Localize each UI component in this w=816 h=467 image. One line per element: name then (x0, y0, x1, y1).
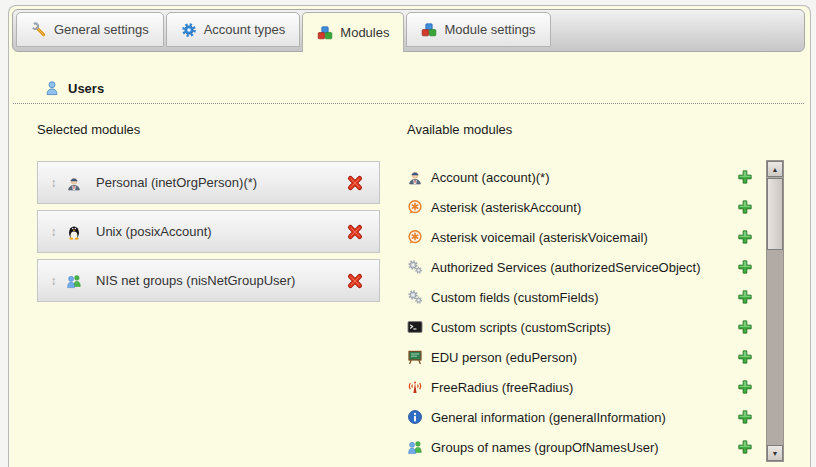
cog-icon (181, 22, 197, 38)
add-module-button[interactable] (737, 199, 753, 215)
module-label: Asterisk voicemail (asteriskVoicemail) (431, 230, 648, 245)
module-label: Unix (posixAccount) (96, 224, 342, 239)
remove-module-button[interactable] (342, 273, 363, 289)
delete-icon (347, 175, 363, 191)
selected-modules-label: Selected modules (37, 122, 140, 137)
penguin-icon (66, 224, 82, 240)
group-icon (66, 273, 82, 289)
add-module-button[interactable] (737, 319, 753, 335)
tab-label: Account types (204, 22, 286, 37)
module-label: Custom fields (customFields) (431, 290, 599, 305)
available-module-row: Groups of names (groupOfNamesUser) (404, 432, 785, 462)
person-icon (66, 175, 82, 191)
scroll-up-icon[interactable]: ▲ (767, 161, 783, 177)
add-icon (737, 169, 753, 185)
tab-general-settings[interactable]: General settings (16, 12, 164, 47)
add-icon (737, 319, 753, 335)
add-icon (737, 409, 753, 425)
add-module-button[interactable] (737, 349, 753, 365)
selected-module-row[interactable]: ↕ NIS net groups (nisNetGroupUser) (37, 259, 380, 302)
tab-account-types[interactable]: Account types (166, 12, 301, 47)
tab-label: General settings (54, 22, 149, 37)
chalkboard-icon (407, 349, 423, 365)
available-module-row: Asterisk (asteriskAccount) (404, 192, 785, 222)
tab-modules[interactable]: Modules (302, 12, 404, 52)
add-icon (737, 379, 753, 395)
drag-handle-icon[interactable]: ↕ (46, 274, 61, 288)
gears-icon (407, 259, 423, 275)
available-module-row: General information (generalInformation) (404, 402, 785, 432)
info-icon (407, 409, 423, 425)
module-label: FreeRadius (freeRadius) (431, 380, 573, 395)
available-modules-list: ▲ ▼ Account (account)(*) Asterisk (aster… (404, 160, 785, 463)
section-heading-users: Users (13, 80, 804, 104)
module-label: Personal (inetOrgPerson)(*) (96, 175, 342, 190)
modules-icon (317, 25, 333, 41)
tab-label: Modules (340, 25, 389, 40)
scrollbar[interactable]: ▲ ▼ (766, 160, 784, 462)
add-icon (737, 199, 753, 215)
add-module-button[interactable] (737, 229, 753, 245)
drag-handle-icon[interactable]: ↕ (46, 176, 61, 190)
module-label: Account (account)(*) (431, 170, 550, 185)
modules-icon (421, 22, 437, 38)
available-module-row: EDU person (eduPerson) (404, 342, 785, 372)
add-icon (737, 439, 753, 455)
antenna-icon (407, 379, 423, 395)
module-label: Authorized Services (authorizedServiceOb… (431, 260, 701, 275)
person-icon (407, 169, 423, 185)
add-icon (737, 229, 753, 245)
group-icon (407, 439, 423, 455)
add-icon (737, 259, 753, 275)
add-module-button[interactable] (737, 379, 753, 395)
add-icon (737, 349, 753, 365)
tab-module-settings[interactable]: Module settings (406, 12, 550, 47)
available-module-row: Account (account)(*) (404, 162, 785, 192)
delete-icon (347, 273, 363, 289)
lam-configuration-page: General settings Account types Modules M… (0, 0, 816, 467)
scroll-down-icon[interactable]: ▼ (767, 445, 783, 461)
selected-modules-list: ↕ Personal (inetOrgPerson)(*) ↕ Unix (po… (37, 161, 380, 308)
wrench-icon (31, 22, 47, 38)
add-module-button[interactable] (737, 289, 753, 305)
module-label: Groups of names (groupOfNamesUser) (431, 440, 659, 455)
module-label: EDU person (eduPerson) (431, 350, 577, 365)
available-module-row: Asterisk voicemail (asteriskVoicemail) (404, 222, 785, 252)
module-label: Custom scripts (customScripts) (431, 320, 611, 335)
module-label: General information (generalInformation) (431, 410, 666, 425)
add-module-button[interactable] (737, 169, 753, 185)
module-label: Asterisk (asteriskAccount) (431, 200, 581, 215)
asterisk-icon (407, 229, 423, 245)
module-label: NIS net groups (nisNetGroupUser) (96, 273, 342, 288)
section-title: Users (68, 81, 104, 96)
selected-module-row[interactable]: ↕ Personal (inetOrgPerson)(*) (37, 161, 380, 204)
add-module-button[interactable] (737, 259, 753, 275)
add-icon (737, 289, 753, 305)
available-module-row: FreeRadius (freeRadius) (404, 372, 785, 402)
remove-module-button[interactable] (342, 224, 363, 240)
delete-icon (347, 224, 363, 240)
available-modules-label: Available modules (407, 122, 512, 137)
available-module-row: Custom scripts (customScripts) (404, 312, 785, 342)
available-module-row: Authorized Services (authorizedServiceOb… (404, 252, 785, 282)
terminal-icon (407, 319, 423, 335)
available-module-row: Custom fields (customFields) (404, 282, 785, 312)
tab-bar: General settings Account types Modules M… (12, 9, 805, 52)
add-module-button[interactable] (737, 409, 753, 425)
asterisk-icon (407, 199, 423, 215)
gears-icon (407, 289, 423, 305)
remove-module-button[interactable] (342, 175, 363, 191)
drag-handle-icon[interactable]: ↕ (46, 225, 61, 239)
tab-label: Module settings (444, 22, 535, 37)
selected-module-row[interactable]: ↕ Unix (posixAccount) (37, 210, 380, 253)
scrollbar-thumb[interactable] (767, 178, 783, 250)
users-icon (44, 80, 60, 96)
add-module-button[interactable] (737, 439, 753, 455)
